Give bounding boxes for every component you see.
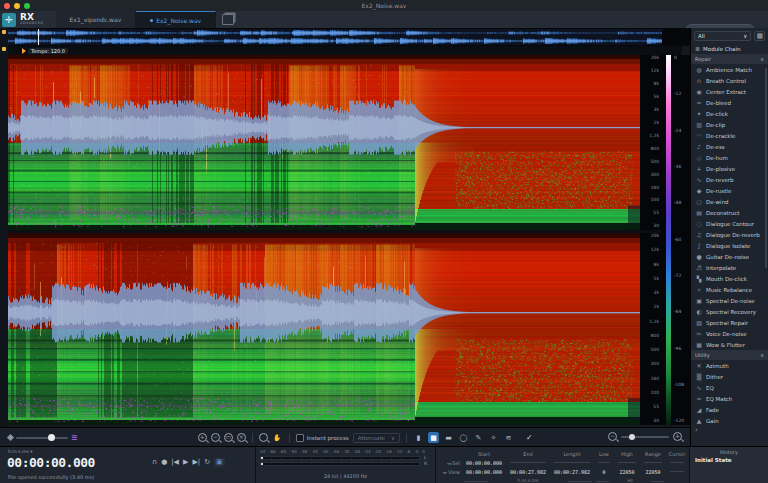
module-item-deconstruct[interactable]: ▤Deconstruct — [691, 207, 768, 218]
module-item-spectral-recovery[interactable]: ◐Spectral Recovery — [691, 306, 768, 317]
spectrogram-legend[interactable]: 0-12-24-36-48-60-72-84-96-108-120 — [661, 55, 690, 425]
monitor-headphones-icon[interactable]: ∩ — [152, 459, 157, 466]
module-item-eq-match[interactable]: ≈EQ Match — [691, 393, 768, 404]
tempo-marker[interactable]: Tempo: 120.0 — [28, 48, 68, 54]
instant-process-toggle[interactable]: Instant process — [296, 434, 349, 442]
module-filter-select[interactable]: All ∨ — [694, 31, 751, 41]
module-item-de-click[interactable]: ✦De-click — [691, 108, 768, 119]
module-item-dialogue-isolate[interactable]: ∫Dialogue Isolate — [691, 240, 768, 251]
module-item-fade[interactable]: ◢Fade — [691, 404, 768, 415]
zoom-out-icon[interactable]: − — [608, 432, 617, 441]
module-item-de-plosive[interactable]: +De-plosive — [691, 163, 768, 174]
panel-expand-arrow[interactable]: › — [691, 426, 768, 434]
module-item-label: Dialogue Contour — [706, 221, 754, 227]
overview-waveform[interactable] — [8, 29, 662, 45]
frequency-ruler-left[interactable]: 20k12k8k5k3k2k1.2k8005003001801005530 — [640, 55, 661, 230]
dialogue-contour-icon: ◌ — [695, 220, 703, 227]
time-frequency-selection-tool[interactable]: ■ — [428, 432, 439, 443]
section-header-repair[interactable]: Repair∨ — [691, 54, 768, 64]
tab-overflow-icon[interactable] — [222, 14, 234, 25]
de-bleed-icon: ≈ — [695, 99, 703, 106]
module-item-de-hum[interactable]: ◇De-hum — [691, 152, 768, 163]
zoom-in-time-icon[interactable]: + — [198, 433, 207, 442]
frequency-ruler-right[interactable]: 20k12k8k5k3k2k1.2k8005003001801005530 — [640, 233, 661, 425]
chevron-down-icon: ∨ — [743, 33, 747, 39]
toolbar-separator — [289, 433, 290, 443]
freq-tick-label: 20k — [651, 234, 659, 239]
zoom-reset-icon[interactable]: × — [237, 433, 246, 442]
process-mode-select[interactable]: Attenuate ∨ — [353, 433, 400, 443]
breath-control-icon: ∩ — [695, 77, 703, 84]
tab-ex2-noise-wav[interactable]: Ex2_Noise.wav — [136, 11, 216, 28]
time-selection-tool[interactable]: ▮ — [413, 432, 424, 443]
magic-wand-tool[interactable]: ✧ — [488, 432, 499, 443]
app-header: ✛ RX ADVANCED Ex1_vipxndc.wavEx2_Noise.w… — [0, 11, 768, 28]
frequency-selection-tool[interactable]: ▬ — [443, 432, 454, 443]
tempo-ruler[interactable]: Tempo: 120.0 — [0, 46, 682, 55]
legend-gradient-bar[interactable] — [666, 55, 671, 425]
module-item-dialogue-de-reverb[interactable]: ♫Dialogue De-reverb — [691, 229, 768, 240]
module-chain-item[interactable]: ≣ Module Chain — [691, 43, 768, 54]
time-format-select[interactable]: h:m:s.ms ▾ — [8, 449, 32, 454]
zoom-in-icon[interactable]: + — [673, 432, 682, 441]
module-item-de-rustle[interactable]: ◆De-rustle — [691, 185, 768, 196]
module-item-de-crackle[interactable]: ◠De-crackle — [691, 130, 768, 141]
module-item-center-extract[interactable]: ◉Center Extract — [691, 86, 768, 97]
module-item-music-rebalance[interactable]: ✧Music Rebalance — [691, 284, 768, 295]
section-header-utility[interactable]: Utility∨ — [691, 350, 768, 360]
lasso-selection-tool[interactable]: ◯ — [458, 432, 469, 443]
module-item-guitar-de-noise[interactable]: ●Guitar De-noise — [691, 251, 768, 262]
blend-slider-knob[interactable] — [48, 434, 55, 441]
go-to-start-button[interactable]: |◀ — [171, 459, 179, 466]
module-item-dialogue-contour[interactable]: ◌Dialogue Contour — [691, 218, 768, 229]
spectrogram-channel-left[interactable] — [8, 55, 640, 230]
marker-icon[interactable] — [2, 30, 6, 34]
instant-process-checkbox[interactable] — [296, 434, 304, 442]
loop-button[interactable]: ↻ — [204, 459, 210, 466]
module-item-eq[interactable]: ∿EQ — [691, 382, 768, 393]
magnify-tool-icon[interactable] — [259, 433, 268, 442]
module-item-voice-de-noise[interactable]: ✂Voice De-noise — [691, 328, 768, 339]
empty-cell — [554, 462, 590, 463]
module-item-breath-control[interactable]: ∩Breath Control — [691, 75, 768, 86]
zoom-slider[interactable] — [621, 436, 669, 438]
output-monitor-button[interactable]: ▣ — [214, 458, 225, 467]
tab-ex1-vipxndc-wav[interactable]: Ex1_vipxndc.wav — [56, 11, 137, 28]
module-item-azimuth[interactable]: ✕Azimuth — [691, 360, 768, 371]
de-plosive-icon: + — [695, 165, 703, 172]
module-item-spectral-de-noise[interactable]: ▣Spectral De-noise — [691, 295, 768, 306]
brush-selection-tool[interactable]: ✎ — [473, 432, 484, 443]
go-to-end-button[interactable]: ▶| — [192, 459, 200, 466]
play-button[interactable]: ▶ — [183, 459, 188, 466]
record-button[interactable]: ● — [161, 459, 167, 466]
confirm-selection-icon[interactable]: ✓ — [526, 433, 533, 442]
grab-tool-icon[interactable]: ✋ — [272, 432, 283, 443]
module-item-spectral-repair[interactable]: ▨Spectral Repair — [691, 317, 768, 328]
overview-bar[interactable] — [0, 28, 768, 46]
module-item-de-bleed[interactable]: ≈De-bleed — [691, 97, 768, 108]
grid-view-icon[interactable]: ▦ — [754, 31, 765, 41]
module-item-gain[interactable]: ▲Gain — [691, 415, 768, 426]
blend-slider[interactable] — [16, 437, 68, 439]
zoom-out-time-icon[interactable]: − — [211, 433, 220, 442]
module-item-ambience-match[interactable]: ◍Ambience Match — [691, 64, 768, 75]
tempo-marker-icon[interactable] — [2, 47, 6, 51]
module-panel-scrollbar[interactable] — [765, 68, 767, 268]
zoom-selection-icon[interactable]: ▭ — [224, 433, 233, 442]
module-item-de-wind[interactable]: ○De-wind — [691, 196, 768, 207]
module-item-de-clip[interactable]: ▥De-clip — [691, 119, 768, 130]
history-item-initial-state[interactable]: Initial State — [690, 455, 768, 465]
find-similar-icon[interactable]: ≋ — [503, 432, 514, 443]
spectrogram-channel-right[interactable] — [8, 233, 640, 425]
module-item-de-ess[interactable]: ♪De-ess — [691, 141, 768, 152]
module-item-dither[interactable]: ▒Dither — [691, 371, 768, 382]
module-panel: All ∨ ▦ ≣ Module Chain Repair∨◍Ambience … — [690, 28, 768, 446]
zoom-slider-knob[interactable] — [629, 434, 635, 440]
jump-to-selection-icon[interactable]: ◂◂ — [447, 461, 452, 466]
rx-app-window: Ex2_Noise.wav ✛ RX ADVANCED Ex1_vipxndc.… — [0, 0, 768, 483]
jump-to-view-icon[interactable]: ◂▸ — [443, 470, 448, 475]
module-item-de-reverb[interactable]: ∿De-reverb — [691, 174, 768, 185]
module-item-interpolate[interactable]: ♬Interpolate — [691, 262, 768, 273]
module-item-wow-flutter[interactable]: ▦Wow & Flutter — [691, 339, 768, 350]
module-item-mouth-de-click[interactable]: ▚Mouth De-click — [691, 273, 768, 284]
